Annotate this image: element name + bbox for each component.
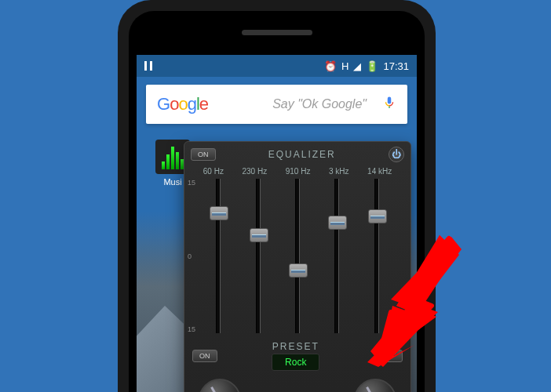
freq-labels: 60 Hz 230 Hz 910 Hz 3 kHz 14 kHz [184,167,411,176]
pause-icon [144,61,152,71]
slider-knob[interactable] [250,228,268,242]
google-logo: Google [157,94,208,114]
battery-icon: 🔋 [366,60,378,72]
freq-label: 14 kHz [367,167,392,176]
slider-knob[interactable] [210,206,228,220]
alarm-icon: ⏰ [324,60,337,72]
eq-slider-2[interactable] [285,179,310,333]
slider-knob[interactable] [289,263,308,278]
eq-sliders: 15 0 15 [184,176,411,336]
search-placeholder: Say "Ok Google" [217,97,373,111]
eq-title: EQUALIZER [268,149,336,160]
freq-label: 60 Hz [203,167,224,176]
eq-slider-1[interactable] [246,179,271,333]
power-icon[interactable]: ⏻ [389,147,404,162]
slider-knob[interactable] [328,216,347,230]
eq-slider-3[interactable] [324,179,349,333]
phone-bezel: ⏰ H ◢ 🔋 17:31 Google Say "Ok Google" [129,11,425,392]
freq-label: 910 Hz [286,167,311,176]
bass-knob[interactable] [199,379,241,392]
bass-on-button[interactable]: ON [192,350,217,362]
eq-slider-4[interactable] [364,179,389,333]
preset-selector[interactable]: Rock [272,354,319,371]
equalizer-panel: ON EQUALIZER ⏻ 60 Hz 230 Hz 910 Hz 3 kHz… [184,141,411,392]
signal-icon: ◢ [353,60,361,72]
db-scale: 15 0 15 [188,176,195,336]
eq-on-button[interactable]: ON [191,148,216,161]
virtualizer-knob[interactable] [354,379,396,392]
network-icon: H [341,60,348,72]
slider-knob[interactable] [368,209,387,223]
status-bar: ⏰ H ◢ 🔋 17:31 [137,55,417,77]
phone-screen: ⏰ H ◢ 🔋 17:31 Google Say "Ok Google" [137,55,417,392]
eq-slider-0[interactable] [206,179,231,333]
mic-icon[interactable] [382,93,396,115]
phone-speaker [242,30,312,35]
google-search-bar[interactable]: Google Say "Ok Google" [146,85,407,124]
freq-label: 3 kHz [329,167,349,176]
virtualizer-off-button[interactable]: OFF [374,350,403,362]
app-label: Musi [163,177,181,187]
preset-label: PRESET [272,341,319,352]
freq-label: 230 Hz [242,167,267,176]
clock: 17:31 [383,60,409,72]
phone-frame: ⏰ H ◢ 🔋 17:31 Google Say "Ok Google" [118,0,436,392]
